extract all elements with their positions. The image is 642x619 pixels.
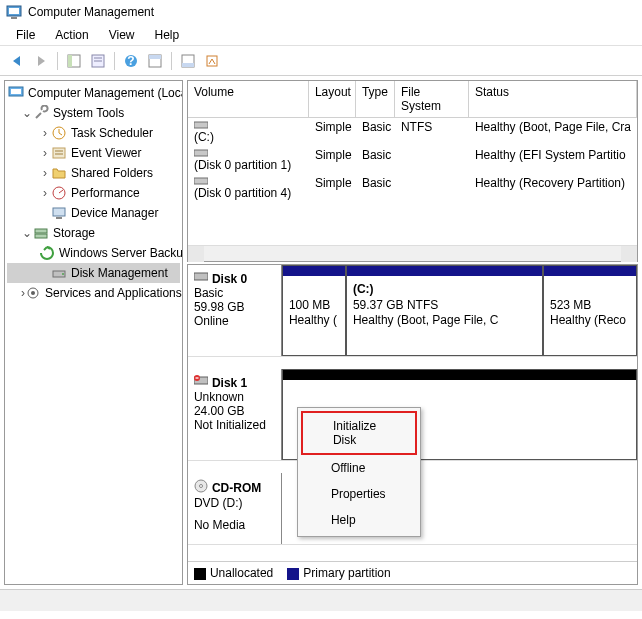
disk0-partition-3[interactable]: 523 MB Healthy (Reco <box>543 265 637 356</box>
cdrom-icon <box>194 479 208 496</box>
performance-icon <box>51 185 67 201</box>
svg-rect-30 <box>194 122 208 128</box>
settings-button[interactable] <box>201 50 223 72</box>
chevron-right-icon[interactable]: › <box>39 166 51 180</box>
tree-task-scheduler[interactable]: › Task Scheduler <box>7 123 180 143</box>
chevron-right-icon[interactable]: › <box>39 126 51 140</box>
volume-icon <box>194 176 303 186</box>
disk0-partition-2[interactable]: (C:) 59.37 GB NTFS Healthy (Boot, Page F… <box>346 265 543 356</box>
tools-icon <box>33 105 49 121</box>
svg-rect-1 <box>9 8 19 14</box>
tree-wsb[interactable]: Windows Server Backup <box>7 243 180 263</box>
forward-button[interactable] <box>30 50 52 72</box>
disk1-label[interactable]: Disk 1 Unknown 24.00 GB Not Initialized <box>188 369 282 460</box>
tree-system-tools[interactable]: ⌄ System Tools <box>7 103 180 123</box>
show-hide-tree-button[interactable] <box>63 50 85 72</box>
back-button[interactable] <box>6 50 28 72</box>
col-type[interactable]: Type <box>356 81 395 117</box>
horizontal-scrollbar[interactable] <box>188 245 637 261</box>
svg-rect-25 <box>35 234 47 238</box>
view-top-button[interactable] <box>144 50 166 72</box>
context-initialize-disk[interactable]: Initialize Disk <box>301 411 417 455</box>
context-help[interactable]: Help <box>301 507 417 533</box>
volume-row[interactable]: (Disk 0 partition 1) Simple Basic Health… <box>188 146 637 174</box>
disk-mgmt-icon <box>51 265 67 281</box>
cdrom-label[interactable]: CD-ROM DVD (D:) No Media <box>188 473 282 544</box>
tree-label: Device Manager <box>71 206 158 220</box>
svg-point-29 <box>31 291 35 295</box>
svg-point-37 <box>199 485 202 488</box>
svg-point-27 <box>62 273 64 275</box>
disk-block-0: Disk 0 Basic 59.98 GB Online 100 MB Heal… <box>188 265 637 357</box>
volume-row[interactable]: (Disk 0 partition 4) Simple Basic Health… <box>188 174 637 202</box>
context-properties[interactable]: Properties <box>301 481 417 507</box>
volume-list-pane: Volume Layout Type File System Status (C… <box>187 80 638 262</box>
tree-label: Services and Applications <box>45 286 182 300</box>
menu-bar: File Action View Help <box>0 24 642 46</box>
col-volume[interactable]: Volume <box>188 81 309 117</box>
tree-performance[interactable]: › Performance <box>7 183 180 203</box>
toolbar: ? <box>0 46 642 76</box>
folder-icon <box>51 165 67 181</box>
clock-icon <box>51 125 67 141</box>
window-title: Computer Management <box>28 5 154 19</box>
status-bar <box>0 589 642 611</box>
help-button[interactable]: ? <box>120 50 142 72</box>
menu-action[interactable]: Action <box>45 26 98 43</box>
context-menu: Initialize Disk Offline Properties Help <box>297 407 421 537</box>
tree-shared-folders[interactable]: › Shared Folders <box>7 163 180 183</box>
legend-unallocated-swatch <box>194 568 206 580</box>
tree-disk-management[interactable]: Disk Management <box>7 263 180 283</box>
svg-rect-18 <box>53 148 65 158</box>
svg-rect-23 <box>56 217 62 219</box>
col-fs[interactable]: File System <box>395 81 469 117</box>
device-icon <box>51 205 67 221</box>
svg-rect-32 <box>194 178 208 184</box>
svg-rect-24 <box>35 229 47 233</box>
svg-rect-22 <box>53 208 65 216</box>
tree-event-viewer[interactable]: › Event Viewer <box>7 143 180 163</box>
computer-icon <box>8 85 24 101</box>
svg-rect-11 <box>149 55 161 59</box>
volume-row[interactable]: (C:) Simple Basic NTFS Healthy (Boot, Pa… <box>188 118 637 146</box>
tree-label: Event Viewer <box>71 146 141 160</box>
view-bottom-button[interactable] <box>177 50 199 72</box>
tree-root-label: Computer Management (Local) <box>28 86 183 100</box>
tree-label: Disk Management <box>71 266 168 280</box>
chevron-down-icon[interactable]: ⌄ <box>21 226 33 240</box>
tree-storage[interactable]: ⌄ Storage <box>7 223 180 243</box>
tree-label: Performance <box>71 186 140 200</box>
storage-icon <box>33 225 49 241</box>
legend: Unallocated Primary partition <box>188 561 637 584</box>
chevron-right-icon[interactable]: › <box>39 186 51 200</box>
tree-label: System Tools <box>53 106 124 120</box>
col-layout[interactable]: Layout <box>309 81 356 117</box>
svg-rect-2 <box>11 17 17 19</box>
tree-label: Storage <box>53 226 95 240</box>
svg-text:?: ? <box>127 54 134 68</box>
tree-label: Windows Server Backup <box>59 246 183 260</box>
properties-button[interactable] <box>87 50 109 72</box>
tree-label: Shared Folders <box>71 166 153 180</box>
col-status[interactable]: Status <box>469 81 637 117</box>
disk0-label[interactable]: Disk 0 Basic 59.98 GB Online <box>188 265 282 356</box>
event-icon <box>51 145 67 161</box>
svg-rect-14 <box>207 56 217 66</box>
tree-device-manager[interactable]: Device Manager <box>7 203 180 223</box>
title-bar: Computer Management <box>0 0 642 24</box>
menu-help[interactable]: Help <box>145 26 190 43</box>
menu-view[interactable]: View <box>99 26 145 43</box>
volume-icon <box>194 120 303 130</box>
svg-rect-4 <box>68 55 72 67</box>
disk0-partition-1[interactable]: 100 MB Healthy ( <box>282 265 346 356</box>
chevron-right-icon[interactable]: › <box>39 146 51 160</box>
svg-rect-31 <box>194 150 208 156</box>
chevron-down-icon[interactable]: ⌄ <box>21 106 33 120</box>
disk-error-icon <box>194 375 208 390</box>
volume-icon <box>194 148 303 158</box>
tree-services[interactable]: › Services and Applications <box>7 283 180 303</box>
tree-root[interactable]: Computer Management (Local) <box>7 83 180 103</box>
backup-icon <box>39 245 55 261</box>
menu-file[interactable]: File <box>6 26 45 43</box>
context-offline[interactable]: Offline <box>301 455 417 481</box>
